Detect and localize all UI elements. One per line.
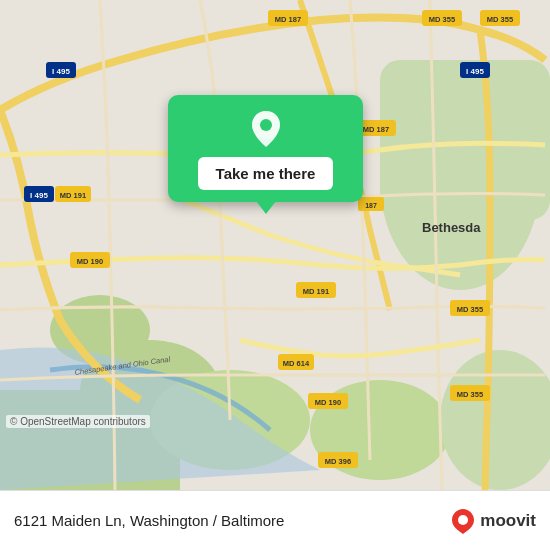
svg-text:MD 191: MD 191: [303, 287, 329, 296]
svg-text:187: 187: [365, 202, 377, 209]
svg-text:MD 396: MD 396: [325, 457, 351, 466]
take-me-there-button[interactable]: Take me there: [198, 157, 334, 190]
map-container: I 495 I 495 I 495 MD 191 MD 190 MD 187 M…: [0, 0, 550, 490]
address-text: 6121 Maiden Ln, Washington / Baltimore: [14, 512, 284, 529]
svg-text:I 495: I 495: [30, 191, 48, 200]
moovit-pin-icon: [449, 507, 477, 535]
svg-text:MD 355: MD 355: [429, 15, 455, 24]
svg-text:MD 190: MD 190: [315, 398, 341, 407]
moovit-brand-text: moovit: [480, 511, 536, 531]
svg-text:I 495: I 495: [466, 67, 484, 76]
svg-text:MD 614: MD 614: [283, 359, 310, 368]
svg-text:MD 355: MD 355: [457, 390, 483, 399]
svg-text:Bethesda: Bethesda: [422, 220, 481, 235]
svg-text:MD 190: MD 190: [77, 257, 103, 266]
svg-point-45: [458, 515, 468, 525]
svg-point-44: [260, 119, 272, 131]
svg-text:MD 187: MD 187: [363, 125, 389, 134]
location-pin-icon: [246, 109, 286, 149]
osm-attribution: © OpenStreetMap contributors: [6, 415, 150, 428]
svg-text:MD 355: MD 355: [487, 15, 513, 24]
moovit-logo: moovit: [449, 507, 536, 535]
svg-text:MD 187: MD 187: [275, 15, 301, 24]
svg-text:MD 191: MD 191: [60, 191, 86, 200]
bottom-bar: 6121 Maiden Ln, Washington / Baltimore m…: [0, 490, 550, 550]
svg-text:MD 355: MD 355: [457, 305, 483, 314]
popup-card: Take me there: [168, 95, 363, 202]
svg-text:I 495: I 495: [52, 67, 70, 76]
